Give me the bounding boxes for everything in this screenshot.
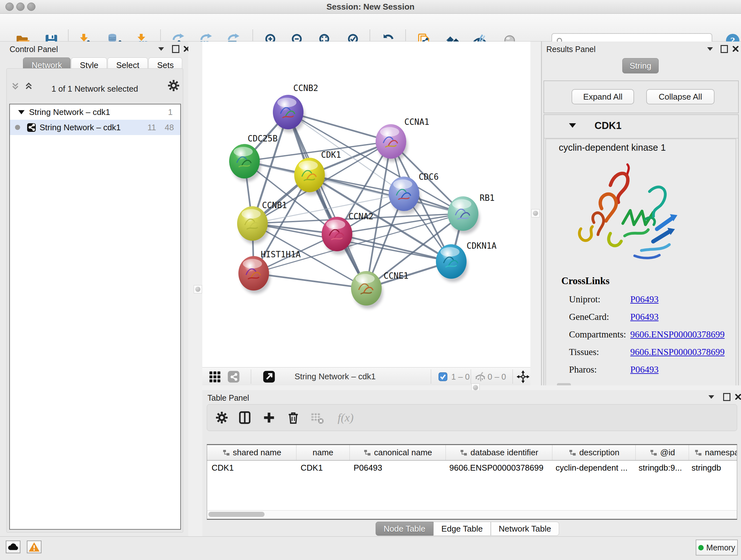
node-label-CCNA1: CCNA1 bbox=[404, 117, 429, 127]
column-header-name[interactable]: name bbox=[296, 445, 350, 460]
table-menu-button[interactable] bbox=[706, 393, 716, 401]
results-panel-title: Results Panel bbox=[546, 45, 596, 54]
results-close-button[interactable] bbox=[731, 45, 740, 53]
panel-menu-button[interactable] bbox=[156, 45, 166, 53]
network-node-CCNB2[interactable] bbox=[273, 95, 304, 129]
delete-column-icon[interactable] bbox=[285, 409, 301, 426]
table-close-button[interactable] bbox=[733, 393, 741, 401]
tab-edge-table[interactable]: Edge Table bbox=[433, 522, 491, 536]
cell-shared-name[interactable]: CDK1 bbox=[207, 461, 296, 475]
network-node-CCNE1[interactable] bbox=[351, 271, 382, 306]
network-node-CCNA2[interactable] bbox=[322, 217, 352, 251]
cell-database-identifier[interactable]: 9606.ENSP00000378699 bbox=[445, 461, 551, 475]
add-column-icon[interactable] bbox=[261, 409, 277, 426]
bottom-splitter[interactable] bbox=[202, 385, 741, 390]
cell-@id[interactable]: stringdb:9... bbox=[634, 461, 687, 475]
column-label: description bbox=[579, 448, 619, 457]
pan-crosshair-icon[interactable] bbox=[516, 370, 530, 383]
column-label: database identifier bbox=[470, 448, 538, 457]
right-splitter[interactable] bbox=[530, 42, 541, 385]
crosslink-tissues[interactable]: 9606.ENSP00000378699 bbox=[630, 347, 725, 357]
node-label-HIST1H1A: HIST1H1A bbox=[261, 250, 301, 259]
network-edge-CCNE1-HIST1H1A[interactable] bbox=[254, 273, 366, 288]
network-node-RB1[interactable] bbox=[448, 196, 478, 231]
network-edge-CCNA2-CDKN1A[interactable] bbox=[337, 234, 451, 261]
right-splitter-handle[interactable] bbox=[531, 209, 540, 217]
table-toolbar: f(x) bbox=[207, 404, 737, 431]
left-splitter-handle[interactable] bbox=[194, 285, 202, 294]
crosslink-label: GeneCard: bbox=[569, 312, 630, 322]
network-tree: String Network – cdk1 1 String Network –… bbox=[9, 104, 181, 530]
warning-icon[interactable] bbox=[27, 541, 42, 553]
cell-canonical-name[interactable]: P06493 bbox=[349, 461, 445, 475]
column-header-canonical-name[interactable]: canonical name bbox=[350, 445, 446, 460]
selected-count: 1 – 0 bbox=[451, 372, 470, 382]
hidden-eye-icon[interactable] bbox=[474, 370, 487, 383]
column-header-namespace[interactable]: namespace bbox=[689, 445, 737, 460]
left-splitter[interactable] bbox=[188, 42, 202, 537]
crosslink-compartments[interactable]: 9606.ENSP00000378699 bbox=[630, 329, 725, 340]
crosslink-uniprot[interactable]: P06493 bbox=[630, 294, 659, 305]
grid-view-icon[interactable] bbox=[208, 370, 221, 383]
column-header-shared-name[interactable]: shared name bbox=[207, 445, 296, 460]
network-badge-icon[interactable] bbox=[227, 370, 240, 383]
network-collection-row[interactable]: String Network – cdk1 1 bbox=[10, 105, 180, 120]
tab-network-table[interactable]: Network Table bbox=[491, 522, 559, 536]
table-settings-gear-icon[interactable] bbox=[213, 409, 230, 426]
column-header-@id[interactable]: @id bbox=[636, 445, 689, 460]
table-horizontal-scrollbar[interactable] bbox=[207, 510, 737, 520]
network-node-CDKN1A[interactable] bbox=[436, 244, 467, 279]
show-columns-icon[interactable] bbox=[237, 409, 253, 426]
cloud-status-icon[interactable] bbox=[6, 541, 20, 553]
network-node-CCNB1[interactable] bbox=[237, 206, 268, 241]
network-tab-content: 1 of 1 Network selected String Network –… bbox=[6, 68, 183, 533]
network-node-CDC25B[interactable] bbox=[229, 144, 260, 179]
network-options-gear-icon[interactable] bbox=[169, 81, 179, 90]
crosslinks-title: CrossLinks bbox=[561, 275, 610, 287]
results-actions-box: Expand All Collapse All bbox=[543, 80, 739, 113]
current-network-label: String Network – cdk1 bbox=[294, 372, 376, 381]
crosslink-pharos[interactable]: P06493 bbox=[630, 364, 659, 375]
network-row-selected[interactable]: String Network – cdk1 11 48 bbox=[10, 120, 180, 135]
table-float-button[interactable] bbox=[722, 393, 731, 401]
results-float-button[interactable] bbox=[719, 45, 729, 53]
panel-float-button[interactable] bbox=[171, 45, 180, 53]
network-node-CCNA1[interactable] bbox=[376, 124, 406, 159]
tab-string[interactable]: String bbox=[622, 58, 659, 73]
memory-button[interactable]: Memory bbox=[696, 540, 738, 556]
crosslink-genecard[interactable]: P06493 bbox=[630, 312, 659, 322]
crosslink-row: Pharos:P06493 bbox=[569, 361, 725, 378]
node-label-CCNB2: CCNB2 bbox=[293, 83, 318, 93]
network-name-label: String Network – cdk1 bbox=[40, 123, 121, 132]
column-header-database-identifier[interactable]: database identifier bbox=[446, 445, 552, 460]
collapse-all-button[interactable]: Collapse All bbox=[646, 89, 715, 105]
expand-all-button[interactable]: Expand All bbox=[571, 89, 634, 105]
cell-namespace[interactable]: stringdb bbox=[687, 461, 737, 475]
network-node-CDK1[interactable] bbox=[294, 158, 325, 192]
selected-checkbox[interactable] bbox=[438, 370, 448, 383]
section-collapse-icon[interactable] bbox=[569, 123, 576, 128]
tab-node-table[interactable]: Node Table bbox=[376, 522, 433, 536]
scrollbar-thumb[interactable] bbox=[208, 512, 265, 517]
network-node-CDC6[interactable] bbox=[389, 177, 419, 211]
node-label-CDKN1A: CDKN1A bbox=[467, 241, 496, 251]
column-label: canonical name bbox=[374, 448, 432, 457]
table-row[interactable]: CDK1CDK1P064939606.ENSP00000378699cyclin… bbox=[207, 461, 737, 475]
cell-description[interactable]: cyclin-dependent ... bbox=[551, 461, 634, 475]
gene-section-header[interactable]: CDK1 bbox=[544, 115, 738, 138]
birdseye-view-icon[interactable] bbox=[262, 370, 276, 383]
network-node-HIST1H1A[interactable] bbox=[239, 256, 269, 291]
tree-expand-icon[interactable] bbox=[18, 110, 24, 114]
node-label-CCNE1: CCNE1 bbox=[384, 271, 408, 281]
network-edge-CCNB2-CCNE1[interactable] bbox=[288, 112, 366, 288]
column-header-description[interactable]: description bbox=[552, 445, 636, 460]
network-canvas[interactable]: CCNB2CCNA1CDC25BCDK1CDC6RB1CCNB1CCNA2CDK… bbox=[202, 42, 530, 367]
table-tabs: Node TableEdge TableNetwork Table bbox=[376, 522, 559, 536]
results-menu-button[interactable] bbox=[705, 45, 715, 53]
column-type-icon bbox=[363, 449, 371, 456]
gene-description: cyclin-dependent kinase 1 bbox=[559, 142, 666, 153]
network-icon bbox=[27, 123, 36, 132]
node-label-CCNA2: CCNA2 bbox=[348, 212, 374, 221]
cell-name[interactable]: CDK1 bbox=[296, 461, 349, 475]
network-graph[interactable]: CCNB2CCNA1CDC25BCDK1CDC6RB1CCNB1CCNA2CDK… bbox=[202, 42, 530, 367]
